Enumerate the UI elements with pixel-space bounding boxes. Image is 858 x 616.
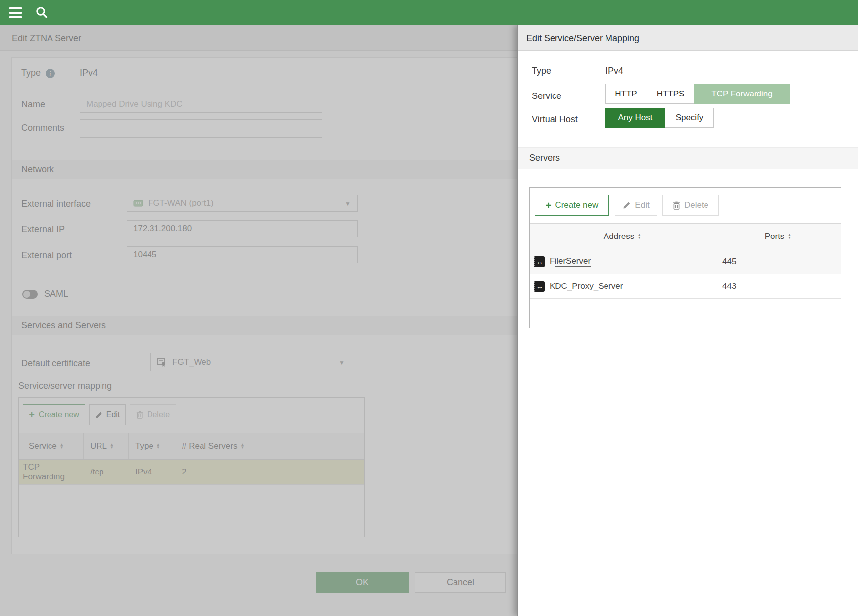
server-row-filerserver[interactable]: ↔ FilerServer 445 (530, 249, 841, 274)
panel-title: Edit Service/Server Mapping (526, 25, 858, 51)
sort-icon: ▲▼ (637, 234, 641, 239)
edit-service-mapping-panel: Edit Service/Server Mapping Type IPv4 Se… (517, 25, 858, 616)
virtual-host-option-any-host[interactable]: Any Host (605, 108, 665, 128)
column-header-ports[interactable]: Ports ▲▼ (715, 224, 841, 249)
virtual-host-option-specify[interactable]: Specify (665, 108, 714, 128)
server-row-kdc-proxy[interactable]: ↔ KDC_Proxy_Server 443 (530, 274, 841, 299)
pencil-icon (623, 201, 631, 209)
fortigate-ztna-screen: Edit ZTNA Server Type i IPv4 Name Commen… (0, 0, 858, 616)
hamburger-menu-icon[interactable] (9, 7, 22, 18)
panel-virtual-host-label: Virtual Host (532, 114, 578, 125)
servers-section-header: Servers (518, 147, 858, 169)
trash-icon (673, 201, 680, 210)
service-option-tcp-forwarding[interactable]: TCP Forwarding (694, 84, 790, 104)
servers-create-new-button[interactable]: + Create new (535, 195, 609, 216)
servers-delete-button[interactable]: Delete (662, 195, 719, 216)
panel-service-label: Service (532, 91, 561, 101)
column-header-address[interactable]: Address ▲▼ (530, 224, 715, 249)
address-object-icon: ↔ (534, 256, 545, 267)
top-navbar (0, 0, 858, 25)
server-port: 445 (715, 257, 841, 267)
service-option-http[interactable]: HTTP (605, 84, 647, 104)
service-option-https[interactable]: HTTPS (647, 84, 695, 104)
panel-type-label: Type (532, 66, 551, 76)
service-segmented-control: HTTP HTTPS TCP Forwarding (605, 84, 790, 104)
servers-table: + Create new Edit Delete Address ▲▼ Port… (529, 187, 841, 328)
panel-header: Edit Service/Server Mapping (518, 25, 858, 51)
servers-edit-button[interactable]: Edit (615, 195, 657, 216)
address-object-icon: ↔ (534, 281, 545, 292)
sort-icon: ▲▼ (787, 234, 791, 239)
server-port: 443 (715, 282, 841, 291)
plus-icon: + (546, 200, 552, 210)
servers-section-title: Servers (529, 153, 560, 163)
panel-type-value: IPv4 (606, 66, 623, 76)
search-icon[interactable] (34, 5, 49, 20)
server-address[interactable]: KDC_Proxy_Server (550, 282, 623, 291)
server-address-link[interactable]: FilerServer (550, 256, 591, 267)
virtual-host-segmented-control: Any Host Specify (605, 108, 714, 128)
servers-table-header-row: Address ▲▼ Ports ▲▼ (530, 223, 841, 249)
